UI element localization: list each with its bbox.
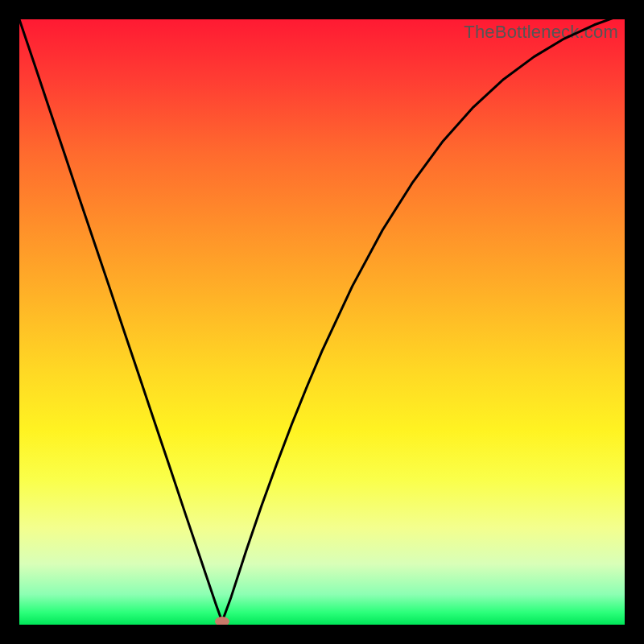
chart-plot-area: TheBottleneck.com <box>19 19 625 625</box>
optimum-marker <box>215 617 229 625</box>
bottleneck-curve <box>19 19 625 625</box>
chart-frame: TheBottleneck.com <box>0 0 644 644</box>
